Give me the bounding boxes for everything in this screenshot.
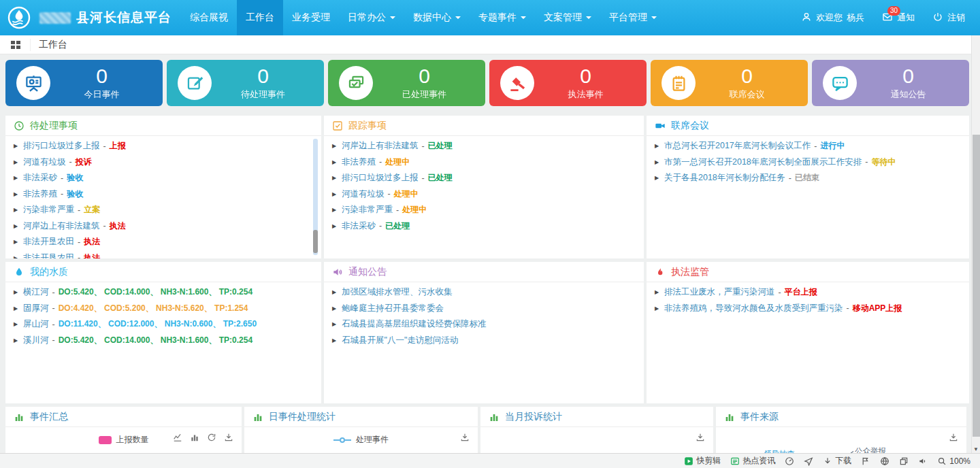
list-item[interactable]: ▶河道有垃圾-投诉 (14, 154, 313, 171)
panel-scrollbar-thumb[interactable] (313, 230, 318, 253)
list-item[interactable]: ▶市总河长召开2017年底河长制会议工作-进行中 (655, 138, 961, 154)
list-item[interactable]: ▶非法开垦农田-执法 (14, 250, 313, 259)
logout-button[interactable]: 注销 (932, 12, 965, 24)
grid-menu-icon[interactable] (11, 41, 20, 49)
list-item[interactable]: ▶非法采砂-已处理 (332, 218, 636, 235)
list-item[interactable]: ▶河岸边上有非法建筑-已处理 (332, 138, 636, 154)
list-item[interactable]: ▶横江河-DO:5.420、 COD:14.000、 NH3-N:1.600、 … (14, 284, 313, 301)
panel-title: 通知公告 (348, 266, 387, 278)
refresh-icon[interactable] (207, 433, 216, 445)
line-chart-icon[interactable] (173, 433, 182, 445)
statusbar-button-speaker-small-icon[interactable] (918, 456, 928, 466)
stat-card-3[interactable]: 0执法事件 (489, 60, 647, 106)
list-item[interactable]: ▶污染非常严重-立案 (14, 202, 313, 218)
list-item[interactable]: ▶非法养殖鸡，导致河水颜色及水质受到严重污染-移动APP上报 (655, 301, 961, 317)
item-dash: - (52, 335, 55, 345)
list-item[interactable]: ▶石城县开展"八一"走访慰问活动 (332, 333, 636, 349)
item-text: 市总河长召开2017年底河长制会议工作 (664, 140, 811, 152)
list-item[interactable]: ▶污染非常严重-处理中 (332, 202, 636, 218)
stat-card-4[interactable]: 0联席会议 (651, 60, 808, 106)
clock-icon (14, 120, 24, 131)
item-dash: - (379, 157, 382, 167)
menu-item-1[interactable]: 工作台 (237, 0, 283, 35)
menu-item-5[interactable]: 专题事件 (470, 0, 535, 35)
statusbar-button-globe-icon[interactable] (880, 456, 889, 466)
item-dash: - (78, 205, 80, 215)
statusbar-button-flag-icon[interactable] (861, 456, 870, 466)
stat-card-icon-circle (500, 66, 534, 100)
stat-card-icon-circle (823, 66, 857, 100)
item-status: 处理中 (394, 188, 419, 200)
menu-item-3[interactable]: 日常办公 (339, 0, 404, 35)
brand-area[interactable]: 县河长信息平台 (7, 5, 172, 30)
item-status: DO:5.420、 COD:14.000、 NH3-N:1.600、 TP:0.… (59, 286, 252, 298)
list-item[interactable]: ▶非法采砂-验收 (14, 170, 313, 186)
download-icon[interactable] (949, 433, 958, 445)
list-item[interactable]: ▶河岸边上有非法建筑-执法 (14, 218, 313, 235)
menu-item-4[interactable]: 数据中心 (404, 0, 470, 35)
download-icon[interactable] (696, 433, 705, 445)
download-icon[interactable] (224, 433, 233, 445)
item-status: 平台上报 (785, 286, 817, 298)
menu-item-0[interactable]: 综合展视 (181, 0, 237, 35)
triangle-bullet-icon: ▶ (655, 305, 664, 312)
notification-button[interactable]: 30 通知 (882, 12, 915, 24)
list-item[interactable]: ▶非法养殖-验收 (14, 186, 313, 203)
list-item[interactable]: ▶屏山河-DO:11.420、 COD:12.000、 NH3-N:0.600、… (14, 316, 313, 333)
panel-scrollbar[interactable] (313, 139, 318, 255)
notification-count-badge: 30 (887, 6, 900, 16)
list-item[interactable]: ▶加强区域排水管理、污水收集 (332, 284, 636, 301)
menu-item-2[interactable]: 业务受理 (283, 0, 339, 35)
chart-toolbox (949, 433, 958, 445)
triangle-bullet-icon: ▶ (332, 143, 342, 149)
statusbar-button-快剪辑[interactable]: 快剪辑 (684, 455, 721, 467)
user-menu[interactable]: 欢迎您 杨兵 (801, 12, 864, 24)
breadcrumb[interactable]: 工作台 (30, 39, 67, 51)
item-text: 排法工业废水，严重污染河道 (664, 286, 775, 298)
statusbar-button-100%[interactable]: 100% (937, 456, 970, 466)
stat-card-content: 0通知公告 (857, 66, 960, 101)
list-item[interactable]: ▶固厚河-DO:4.420、 COD:5.200、 NH3-N:5.620、 T… (14, 301, 313, 317)
download-icon[interactable] (460, 433, 470, 445)
item-status: 执法 (84, 236, 100, 248)
panel-item-list: ▶加强区域排水管理、污水收集▶鲍峰庭主持召开县委常委会▶石城县提高基层组织建设经… (324, 282, 644, 348)
item-dash: - (865, 157, 868, 167)
stat-card-1[interactable]: 0待处理事件 (167, 60, 324, 106)
statusbar-button-window-icon[interactable] (899, 456, 909, 466)
user-icon (801, 12, 812, 24)
statusbar-button-gauge-icon[interactable] (785, 456, 794, 466)
stat-card-content: 0今日事件 (50, 66, 153, 101)
list-item[interactable]: ▶排法工业废水，严重污染河道-平台上报 (655, 284, 961, 301)
statusbar-button-下载[interactable]: 下载 (823, 455, 851, 467)
list-item[interactable]: ▶鲍峰庭主持召开县委常委会 (332, 301, 636, 317)
scrollbar-down-arrow-icon[interactable]: ▼ (972, 446, 980, 452)
list-item[interactable]: ▶石城县提高基层组织建设经费保障标准 (332, 316, 636, 333)
stat-card-icon-circle (178, 66, 212, 100)
username: 杨兵 (847, 12, 864, 24)
menu-item-7[interactable]: 平台管理 (600, 0, 666, 35)
menu-item-6[interactable]: 文案管理 (535, 0, 600, 35)
list-item[interactable]: ▶关于各县2018年河长制分配任务-已结束 (655, 170, 961, 186)
stat-card-5[interactable]: 0通知公告 (812, 60, 969, 106)
list-item[interactable]: ▶排污口垃圾过多上报-上报 (14, 138, 313, 154)
item-text: 鲍峰庭主持召开县委常委会 (342, 303, 444, 314)
page-scrollbar[interactable]: ▼ (971, 35, 980, 453)
stat-card-0[interactable]: 0今日事件 (5, 60, 163, 106)
bar-chart-icon[interactable] (190, 433, 199, 445)
chart-legend[interactable]: 处理事件 (244, 434, 478, 446)
statusbar-button-热点资讯[interactable]: 热点资讯 (730, 455, 775, 467)
stat-card-2[interactable]: 0已处理事件 (328, 60, 485, 106)
statusbar-button-rocket-icon[interactable] (804, 456, 813, 466)
panel-title: 联席会议 (671, 120, 709, 132)
page-scrollbar-thumb[interactable] (973, 135, 980, 437)
list-item[interactable]: ▶溪川河-DO:5.420、 COD:14.000、 NH3-N:1.600、 … (14, 333, 313, 349)
stat-card-label: 待处理事件 (212, 88, 314, 101)
list-item[interactable]: ▶河道有垃圾-处理中 (332, 186, 636, 203)
list-item[interactable]: ▶非法开垦农田-执法 (14, 234, 313, 250)
list-item[interactable]: ▶排污口垃圾过多上报-已处理 (332, 170, 636, 186)
panel-item-list: ▶排法工业废水，严重污染河道-平台上报▶非法养殖鸡，导致河水颜色及水质受到严重污… (647, 282, 969, 316)
triangle-bullet-icon: ▶ (332, 223, 342, 229)
list-item[interactable]: ▶市第一总河长召开2018年底河长制全面展示工作安排-等待中 (655, 154, 961, 171)
triangle-bullet-icon: ▶ (655, 175, 664, 181)
list-item[interactable]: ▶非法养殖-处理中 (332, 154, 636, 171)
